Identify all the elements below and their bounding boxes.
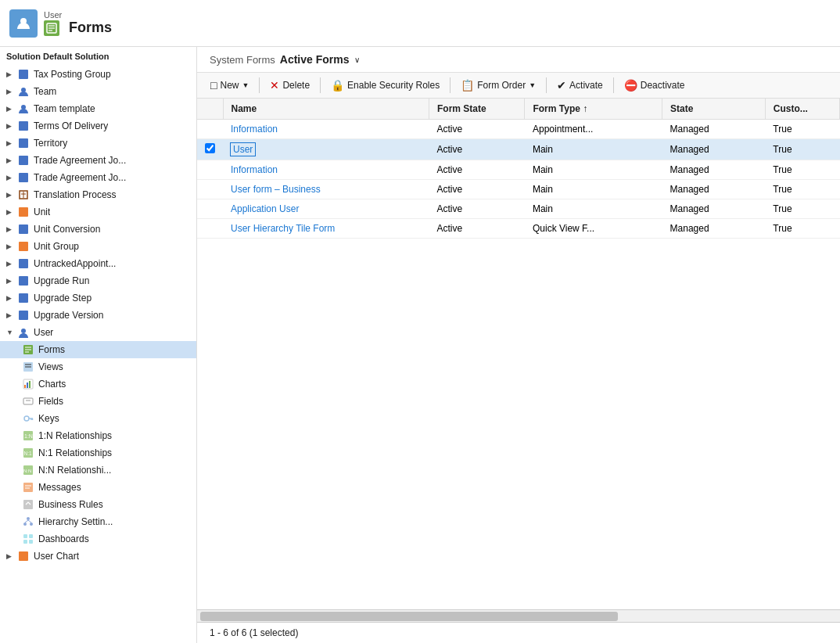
row-name-cell[interactable]: User	[223, 139, 429, 160]
row-name-cell[interactable]: User form – Business	[223, 180, 429, 199]
row-name-link[interactable]: Information	[231, 124, 278, 135]
row-name-link[interactable]: User	[231, 143, 255, 156]
sidebar-item-user[interactable]: ▼ User	[0, 324, 196, 341]
sidebar-item-unit-conversion[interactable]: ▶ Unit Conversion	[0, 221, 196, 238]
toolbar-separator-5	[613, 77, 614, 93]
row-name-cell[interactable]: Application User	[223, 199, 429, 219]
new-dropdown-arrow[interactable]: ▼	[242, 81, 249, 89]
sidebar-subitem-charts[interactable]: Charts	[0, 375, 196, 393]
enable-security-roles-button[interactable]: 🔒 Enable Security Roles	[324, 76, 447, 95]
form-order-button[interactable]: 📋 Form Order ▼	[454, 76, 543, 95]
row-form-state-cell: Active	[429, 199, 524, 219]
row-checkbox-cell[interactable]	[197, 120, 223, 139]
svg-line-51	[25, 520, 28, 523]
sidebar-subitem-1n-relationships[interactable]: 1:N 1:N Relationships	[0, 427, 196, 444]
sidebar-subitem-label: Messages	[38, 482, 81, 493]
sidebar-item-untracked-appoint[interactable]: ▶ UntrackedAppoint...	[0, 255, 196, 272]
sidebar-subitem-hierarchy-settings[interactable]: Hierarchy Settin...	[0, 513, 196, 530]
row-checkbox[interactable]	[205, 143, 215, 153]
row-name-cell[interactable]: User Hierarchy Tile Form	[223, 219, 429, 239]
table-row[interactable]: InformationActiveMainManagedTrue	[197, 160, 840, 180]
sidebar-item-upgrade-version[interactable]: ▶ Upgrade Version	[0, 307, 196, 324]
row-name-link[interactable]: Application User	[231, 203, 299, 214]
content-header: System Forms Active Forms ∨	[197, 47, 840, 73]
sidebar-item-territory[interactable]: ▶ Territory	[0, 135, 196, 152]
sidebar-item-label: Team	[34, 86, 56, 97]
row-name-link[interactable]: User Hierarchy Tile Form	[231, 223, 335, 234]
sidebar-subitem-views[interactable]: Views	[0, 358, 196, 375]
sidebar-item-terms-of-delivery[interactable]: ▶ Terms Of Delivery	[0, 117, 196, 135]
row-checkbox-cell[interactable]	[197, 199, 223, 219]
sidebar-item-team-template[interactable]: ▶ Team template	[0, 100, 196, 117]
column-header-name[interactable]: Name	[223, 99, 429, 120]
row-checkbox-cell[interactable]	[197, 160, 223, 180]
form-order-icon: 📋	[461, 79, 474, 92]
table-row[interactable]: User Hierarchy Tile FormActiveQuick View…	[197, 219, 840, 239]
active-forms-label[interactable]: Active Forms	[280, 53, 350, 66]
sidebar-item-unit[interactable]: ▶ Unit	[0, 203, 196, 221]
sidebar-subitem-messages[interactable]: Messages	[0, 479, 196, 496]
active-forms-dropdown-arrow[interactable]: ∨	[354, 56, 360, 64]
row-name-cell[interactable]: Information	[223, 160, 429, 180]
sidebar-item-label: Upgrade Step	[34, 293, 92, 304]
svg-rect-8	[19, 121, 28, 131]
table-row[interactable]: InformationActiveAppointment...ManagedTr…	[197, 120, 840, 139]
new-button[interactable]: □ New ▼	[203, 76, 256, 95]
column-header-form-state[interactable]: Form State	[429, 99, 524, 120]
sidebar-item-trade-agreement-jo2[interactable]: ▶ Trade Agreement Jo...	[0, 169, 196, 186]
svg-rect-18	[19, 293, 28, 303]
column-header-checkbox[interactable]	[197, 99, 223, 120]
svg-text:1:N: 1:N	[24, 433, 33, 439]
sidebar-item-upgrade-run[interactable]: ▶ Upgrade Run	[0, 272, 196, 289]
business-rules-icon	[22, 498, 34, 511]
row-name-link[interactable]: Information	[231, 164, 278, 175]
row-checkbox-cell[interactable]	[197, 139, 223, 160]
svg-point-49	[23, 523, 27, 526]
row-name-cell[interactable]: Information	[223, 120, 429, 139]
scrollbar-thumb[interactable]	[200, 612, 618, 621]
svg-rect-9	[19, 138, 28, 148]
entity-icon	[17, 102, 30, 115]
horizontal-scrollbar[interactable]	[197, 610, 840, 623]
sidebar-item-tax-posting-group[interactable]: ▶ Tax Posting Group	[0, 66, 196, 83]
sidebar-subitem-dashboards[interactable]: Dashboards	[0, 530, 196, 548]
sidebar-item-translation-process[interactable]: ▶ Translation Process	[0, 186, 196, 203]
row-customizable-cell: True	[765, 180, 839, 199]
row-form-state-cell: Active	[429, 120, 524, 139]
toolbar-separator-3	[450, 77, 451, 93]
svg-rect-47	[23, 500, 33, 509]
column-header-state[interactable]: State	[662, 99, 766, 120]
row-checkbox-cell[interactable]	[197, 180, 223, 199]
row-name-link[interactable]: User form – Business	[231, 184, 321, 195]
table-row[interactable]: Application UserActiveMainManagedTrue	[197, 199, 840, 219]
column-header-customizable[interactable]: Custo...	[765, 99, 839, 120]
sidebar-item-label: Trade Agreement Jo...	[34, 155, 126, 166]
form-order-dropdown-arrow[interactable]: ▼	[529, 81, 536, 89]
sidebar-item-team[interactable]: ▶ Team	[0, 83, 196, 100]
column-header-form-type[interactable]: Form Type ↑	[525, 99, 662, 120]
deactivate-button[interactable]: ⛔ Deactivate	[617, 76, 692, 95]
delete-button[interactable]: ✕ Delete	[263, 76, 317, 95]
expand-arrow: ▶	[6, 208, 14, 216]
sidebar-subitem-nn-relationships[interactable]: N:N N:N Relationshi...	[0, 462, 196, 479]
sidebar-subitem-keys[interactable]: Keys	[0, 410, 196, 427]
sidebar-subitem-forms[interactable]: Forms	[0, 341, 196, 358]
row-state-cell: Managed	[662, 180, 766, 199]
activate-icon: ✔	[557, 79, 566, 92]
sidebar-subitem-fields[interactable]: Fields	[0, 393, 196, 410]
activate-label: Activate	[569, 80, 603, 91]
row-form-state-cell: Active	[429, 160, 524, 180]
table-row[interactable]: UserActiveMainManagedTrue	[197, 139, 840, 160]
activate-button[interactable]: ✔ Activate	[550, 76, 610, 95]
sidebar-item-user-chart[interactable]: ▶ User Chart	[0, 548, 196, 565]
n1-rel-icon: N:1	[22, 447, 34, 459]
sidebar-item-upgrade-step[interactable]: ▶ Upgrade Step	[0, 289, 196, 307]
sidebar-item-unit-group[interactable]: ▶ Unit Group	[0, 238, 196, 255]
expand-arrow: ▶	[6, 242, 14, 250]
table-row[interactable]: User form – BusinessActiveMainManagedTru…	[197, 180, 840, 199]
row-checkbox-cell[interactable]	[197, 219, 223, 239]
sidebar-subitem-n1-relationships[interactable]: N:1 N:1 Relationships	[0, 444, 196, 462]
sidebar-item-trade-agreement-jo1[interactable]: ▶ Trade Agreement Jo...	[0, 152, 196, 169]
sidebar-subitem-business-rules[interactable]: Business Rules	[0, 496, 196, 513]
expand-arrow: ▶	[6, 70, 14, 78]
